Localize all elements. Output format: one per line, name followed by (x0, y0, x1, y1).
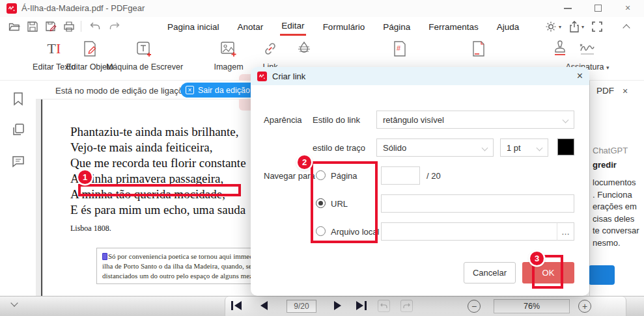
stroke-style-select[interactable]: Sólido (376, 138, 494, 157)
svg-text:#: # (397, 44, 401, 52)
window-titlebar: Á-Ilha-da-Madeira.pdf - PDFgear × (0, 0, 644, 17)
exit-checkbox-icon: × (186, 86, 194, 94)
tab-pagina[interactable]: Página (382, 19, 412, 35)
menubar: Pagina inicial Anotar Editar Formulário … (0, 17, 644, 36)
mode-message: Está no modo de edição de ligações. (55, 86, 194, 96)
theme-button[interactable]: ▾ (544, 20, 561, 33)
dialog-header: Criar link × (251, 67, 589, 85)
bookmarks-panel-icon[interactable] (11, 91, 25, 107)
page-number-input[interactable] (381, 166, 420, 185)
zoom-out-button[interactable]: − (468, 300, 481, 313)
maximize-button[interactable] (595, 5, 602, 12)
save-as-icon[interactable] (44, 20, 57, 33)
tab-ajuda[interactable]: Ajuda (496, 19, 521, 35)
panel-text: locumentos (593, 178, 636, 187)
tab-anotar[interactable]: Anotar (236, 19, 265, 35)
caret-down-icon: ▾ (559, 24, 561, 30)
share-button[interactable]: ▾ (568, 20, 584, 33)
poem-line: Que me recorda teu florir constante (70, 156, 246, 170)
chevron-down-icon (537, 145, 543, 151)
chevron-down-icon (563, 117, 569, 124)
note-annotation-icon[interactable] (102, 253, 107, 260)
left-sidebar (0, 81, 36, 296)
stroke-width-select[interactable]: 1 pt (500, 138, 548, 157)
panel-action-button[interactable] (589, 265, 615, 285)
chat-pdf-panel: PDF × ChatGPT gredir locumentos . Funcio… (589, 81, 644, 296)
callout-badge-3: 3 (530, 252, 544, 265)
first-page-button[interactable] (231, 301, 242, 310)
exit-button-label: Sair da edição (198, 86, 250, 95)
dialog-title: Criar link (272, 72, 305, 81)
divider (81, 21, 81, 32)
next-view-button[interactable] (400, 300, 413, 312)
page-edge (41, 99, 42, 296)
window-title: Á-Ilha-da-Madeira.pdf - PDFgear (21, 3, 145, 13)
panel-text: erações em (593, 202, 637, 211)
stroke-color-swatch[interactable] (557, 138, 574, 155)
minimize-button[interactable] (564, 8, 572, 9)
link-style-label: Estilo do link (313, 115, 360, 125)
signature-icon (545, 38, 630, 60)
panel-close-button[interactable]: × (623, 86, 628, 96)
appearance-label: Aparência (264, 115, 302, 125)
tab-pagina-inicial[interactable]: Pagina inicial (166, 19, 221, 35)
chevron-down-icon (482, 145, 488, 151)
window-close-button[interactable]: × (625, 3, 630, 13)
print-icon[interactable] (63, 20, 76, 33)
tab-editar[interactable]: Editar (280, 18, 305, 36)
tab-ferramentas[interactable]: Ferramentas (427, 19, 480, 35)
undo-icon[interactable] (89, 20, 102, 33)
previous-view-button[interactable] (378, 300, 390, 312)
panel-text: te conversar (593, 226, 639, 235)
caret-down-icon: ▾ (581, 24, 584, 30)
panel-title-fragment: PDF (596, 86, 614, 96)
local-file-input[interactable] (381, 222, 574, 241)
watermark-button[interactable] (252, 38, 356, 62)
panel-text: gredir (593, 160, 617, 170)
page-total-suffix: / 20 (427, 171, 441, 181)
url-input[interactable] (381, 194, 574, 213)
redo-icon[interactable] (108, 20, 121, 33)
caret-down-icon: ▾ (606, 64, 609, 71)
poem-line: Phantaziu-te ainda mais brilhante, (70, 125, 239, 139)
callout-badge-1: 1 (78, 170, 92, 184)
footnote-box: Só por conveniencia poetica se tornou aq… (96, 248, 273, 284)
last-page-button[interactable] (356, 301, 367, 310)
poem-line: E és para mim um echo, uma sauda (70, 203, 245, 217)
page-indicator[interactable]: 9/20 (287, 300, 316, 313)
collapse-ribbon-icon[interactable] (623, 24, 630, 31)
callout-rect-2 (311, 161, 378, 243)
zoom-level[interactable]: 76% (494, 299, 570, 313)
next-page-button[interactable] (334, 301, 341, 310)
fullscreen-icon[interactable] (591, 21, 603, 33)
pdfgear-logo-icon (257, 72, 267, 81)
callout-rect-1 (78, 184, 241, 196)
panel-text: cisas deles (593, 214, 634, 224)
stroke-style-label: estilo de traço (313, 143, 365, 153)
link-style-select[interactable]: retângulo visível (376, 111, 574, 129)
navigate-to-label: Navegar para (264, 171, 315, 181)
exit-link-edit-button[interactable]: × Sair da edição (180, 83, 258, 98)
zoom-in-button[interactable]: + (578, 300, 591, 313)
browse-file-button[interactable]: … (557, 222, 574, 241)
pdfgear-logo-icon (7, 3, 17, 14)
panel-text: ChatGPT (593, 146, 628, 155)
poem-date-line: Lisboa 1808. (70, 224, 111, 233)
cancel-button[interactable]: Cancelar (464, 262, 516, 283)
panel-text: nesmo. (593, 238, 621, 248)
tab-formulario[interactable]: Formulário (322, 19, 367, 35)
dialog-close-button[interactable]: × (577, 71, 583, 81)
open-file-icon[interactable] (8, 20, 21, 33)
save-icon[interactable] (26, 20, 39, 33)
callout-badge-2: 2 (298, 155, 311, 169)
poem-line: Vejo-te mais ainda feiticeira, (70, 140, 212, 155)
panel-text: . Funciona (593, 190, 632, 200)
watermark-icon (252, 38, 356, 60)
page-thumbnails-icon[interactable] (11, 122, 25, 138)
comments-panel-icon[interactable] (11, 154, 25, 168)
previous-page-button[interactable] (260, 301, 268, 310)
